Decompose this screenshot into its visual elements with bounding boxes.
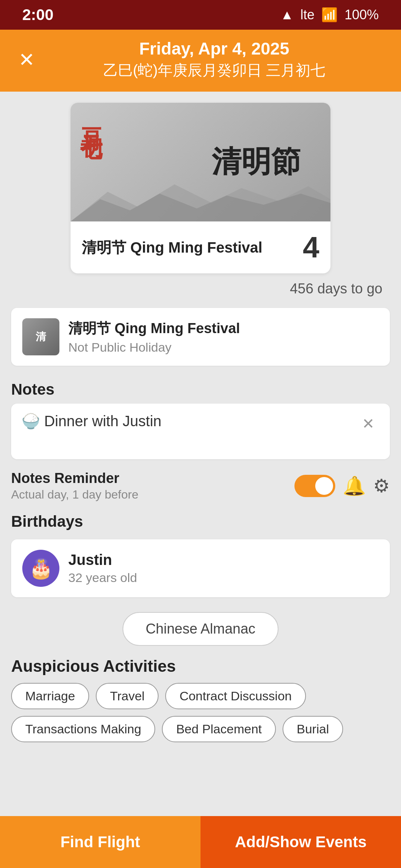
almanac-button[interactable]: Chinese Almanac (123, 612, 278, 646)
holiday-icon: 清 (22, 318, 59, 355)
birthday-info: Justin 32 years old (68, 552, 137, 585)
auspicious-tags: Marriage Travel Contract Discussion Tran… (0, 683, 401, 750)
birthdays-section-title: Birthdays (0, 502, 401, 536)
gear-icon[interactable]: ⚙ (373, 475, 390, 497)
auspicious-title: Auspicious Activities (0, 650, 401, 683)
header-text: Friday, Apr 4, 2025 乙巳(蛇)年庚辰月癸卯日 三月初七 (46, 39, 382, 80)
close-button[interactable]: ✕ (19, 50, 35, 69)
status-icons: ▲ lte 📶 100% (280, 7, 379, 23)
notes-text[interactable]: 🍚 Dinner with Justin (22, 412, 357, 430)
birthday-cake-icon: 🎂 (29, 557, 53, 580)
wifi-icon: ▲ (280, 7, 294, 23)
festival-chinese-overlay: 三月初七 (78, 110, 105, 122)
header: ✕ Friday, Apr 4, 2025 乙巳(蛇)年庚辰月癸卯日 三月初七 (0, 30, 401, 92)
status-bar: 2:00 ▲ lte 📶 100% (0, 0, 401, 30)
festival-card[interactable]: 三月初七 清明節 清明节 Qing Ming Festival 4 (71, 103, 330, 273)
birthday-age: 32 years old (68, 571, 137, 585)
holiday-status: Not Public Holiday (68, 340, 240, 355)
bottom-buttons: Find Flight Add/Show Events (0, 816, 401, 868)
holiday-icon-inner: 清 (22, 318, 59, 355)
tag-bed-placement[interactable]: Bed Placement (162, 716, 276, 742)
reminder-row: Notes Reminder Actual day, 1 day before … (11, 470, 390, 502)
signal-icon: 📶 (321, 7, 338, 23)
tag-travel[interactable]: Travel (96, 683, 159, 709)
lte-label: lte (300, 7, 314, 23)
festival-name: 清明节 Qing Ming Festival (82, 237, 263, 258)
tag-marriage[interactable]: Marriage (11, 683, 89, 709)
holiday-info-row: 清 清明节 Qing Ming Festival Not Public Holi… (11, 308, 390, 366)
mountain-svg (71, 177, 330, 221)
reminder-controls: 🔔 ⚙ (294, 475, 390, 497)
tag-contract-discussion[interactable]: Contract Discussion (165, 683, 306, 709)
reminder-toggle[interactable] (294, 475, 335, 497)
reminder-title: Notes Reminder (11, 470, 138, 486)
reminder-left: Notes Reminder Actual day, 1 day before (11, 470, 138, 502)
festival-day-number: 4 (303, 230, 320, 264)
festival-card-bottom: 清明节 Qing Ming Festival 4 (71, 221, 330, 273)
toggle-knob (315, 477, 333, 495)
battery-label: 100% (345, 7, 379, 23)
notes-input-wrapper[interactable]: 🍚 Dinner with Justin ✕ (11, 404, 390, 459)
tag-transactions-making[interactable]: Transactions Making (11, 716, 155, 742)
birthday-row: 🎂 Justin 32 years old (11, 539, 390, 597)
festival-title-image: 清明節 (212, 142, 301, 182)
add-show-events-button[interactable]: Add/Show Events (200, 816, 401, 868)
reminder-subtitle: Actual day, 1 day before (11, 488, 138, 502)
notes-clear-button[interactable]: ✕ (357, 412, 379, 435)
content-area: 三月初七 清明節 清明节 Qing Ming Festival 4 456 da… (0, 92, 401, 824)
holiday-name: 清明节 Qing Ming Festival (68, 319, 240, 338)
days-to-go: 456 days to go (0, 277, 401, 304)
festival-card-wrapper: 三月初七 清明節 清明节 Qing Ming Festival 4 (0, 92, 401, 277)
header-date-cn: 乙巳(蛇)年庚辰月癸卯日 三月初七 (103, 60, 325, 80)
festival-card-image: 三月初七 清明節 (71, 103, 330, 221)
header-date-en: Friday, Apr 4, 2025 (139, 39, 289, 59)
holiday-info: 清明节 Qing Ming Festival Not Public Holida… (68, 319, 240, 355)
notes-section-title: Notes (0, 369, 401, 404)
status-time: 2:00 (22, 6, 53, 24)
tag-burial[interactable]: Burial (283, 716, 343, 742)
birthday-icon: 🎂 (22, 550, 59, 587)
bell-icon[interactable]: 🔔 (343, 475, 366, 497)
birthday-name: Justin (68, 552, 137, 568)
almanac-btn-wrapper: Chinese Almanac (0, 601, 401, 650)
find-flight-button[interactable]: Find Flight (0, 816, 200, 868)
